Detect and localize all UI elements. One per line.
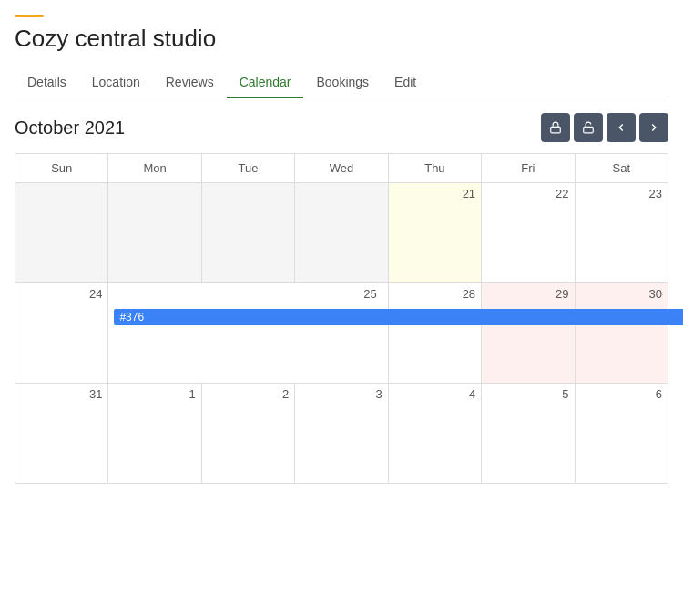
cell-nov-4[interactable]: 4 — [388, 384, 481, 484]
cell-nov-6[interactable]: 6 — [575, 384, 668, 484]
cell-oct-30[interactable]: 30 — [575, 283, 668, 384]
cell-empty-3 — [201, 183, 294, 283]
day-number-2: 2 — [208, 387, 289, 401]
cell-nov-3[interactable]: 3 — [295, 384, 388, 484]
tab-edit[interactable]: Edit — [382, 67, 429, 98]
cell-oct-25[interactable]: 25 #376 — [108, 283, 388, 384]
cell-oct-28[interactable]: 28 — [388, 283, 481, 384]
lock-closed-icon — [549, 121, 562, 134]
tab-bookings[interactable]: Bookings — [303, 67, 382, 98]
day-header-tue: Tue — [201, 154, 294, 183]
day-number-5: 5 — [487, 387, 568, 401]
day-header-wed: Wed — [295, 154, 388, 183]
cell-nov-5[interactable]: 5 — [482, 384, 575, 484]
calendar-table: Sun Mon Tue Wed Thu Fri Sat 21 22 — [15, 153, 668, 484]
cell-empty-1 — [15, 183, 108, 283]
day-number-1: 1 — [114, 387, 195, 401]
tab-location[interactable]: Location — [79, 67, 153, 98]
accent-bar — [15, 15, 44, 17]
chevron-right-icon — [647, 121, 660, 134]
page-title: Cozy central studio — [15, 25, 668, 53]
day-header-mon: Mon — [108, 154, 201, 183]
tab-calendar[interactable]: Calendar — [227, 67, 304, 98]
cell-empty-4 — [295, 183, 388, 283]
calendar-header-row: Sun Mon Tue Wed Thu Fri Sat — [15, 154, 668, 183]
nav-controls — [607, 113, 668, 142]
lock-closed-button[interactable] — [541, 113, 570, 142]
calendar-row-2: 24 25 #376 28 29 — [15, 283, 668, 384]
prev-month-button[interactable] — [607, 113, 636, 142]
lock-open-button[interactable] — [574, 113, 603, 142]
cell-oct-23[interactable]: 23 — [575, 183, 668, 283]
cell-oct-21[interactable]: 21 — [388, 183, 481, 283]
day-number-3: 3 — [301, 387, 382, 401]
day-number-31: 31 — [21, 387, 102, 401]
cell-oct-24[interactable]: 24 — [15, 283, 108, 384]
calendar-header: October 2021 — [15, 113, 668, 142]
day-number-6: 6 — [581, 387, 662, 401]
day-number-24: 24 — [21, 287, 102, 301]
header-controls — [541, 113, 668, 142]
booking-376-bar[interactable]: #376 — [114, 309, 683, 325]
cell-nov-2[interactable]: 2 — [201, 384, 294, 484]
cell-oct-22[interactable]: 22 — [482, 183, 575, 283]
svg-rect-1 — [584, 127, 594, 132]
svg-rect-0 — [551, 127, 561, 132]
lock-controls — [541, 113, 603, 142]
calendar-row-1: 21 22 23 — [15, 183, 668, 283]
month-title: October 2021 — [15, 118, 125, 139]
cell-empty-2 — [108, 183, 201, 283]
day-number-30: 30 — [581, 287, 662, 301]
chevron-left-icon — [615, 121, 627, 134]
day-number-4: 4 — [394, 387, 475, 401]
calendar-row-3: 31 1 2 3 4 5 6 — [15, 384, 668, 484]
day-header-sun: Sun — [15, 154, 108, 183]
cell-nov-1[interactable]: 1 — [108, 384, 201, 484]
day-header-thu: Thu — [388, 154, 481, 183]
day-number-25: 25 — [114, 287, 382, 301]
tab-reviews[interactable]: Reviews — [153, 67, 227, 98]
day-header-sat: Sat — [575, 154, 668, 183]
day-number-22: 22 — [487, 187, 568, 200]
cell-oct-29[interactable]: 29 — [482, 283, 575, 384]
tab-details[interactable]: Details — [15, 67, 79, 98]
day-number-21: 21 — [394, 187, 475, 200]
day-header-fri: Fri — [482, 154, 575, 183]
next-month-button[interactable] — [639, 113, 668, 142]
nav-tabs: Details Location Reviews Calendar Bookin… — [15, 67, 668, 98]
day-number-28: 28 — [394, 287, 475, 301]
day-number-23: 23 — [581, 187, 662, 200]
cell-oct-31[interactable]: 31 — [15, 384, 108, 484]
lock-open-icon — [582, 121, 595, 134]
day-number-29: 29 — [487, 287, 568, 301]
